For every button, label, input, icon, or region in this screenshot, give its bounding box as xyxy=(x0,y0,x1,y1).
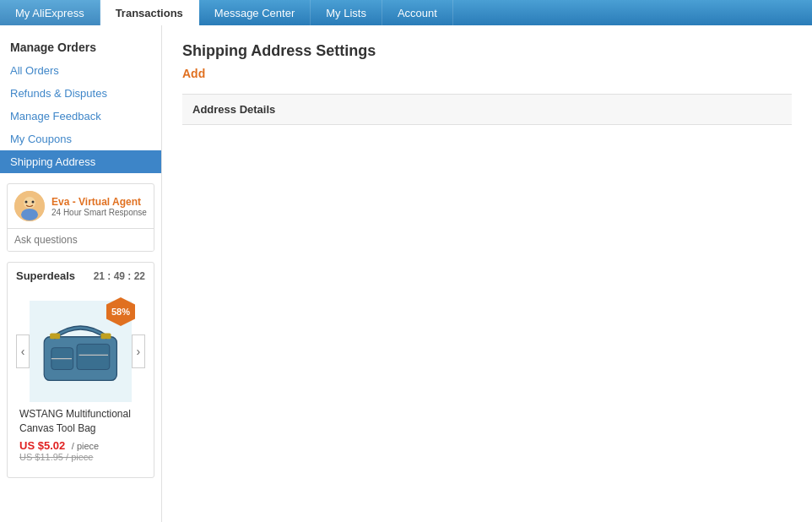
va-subtitle: 24 Hour Smart Response xyxy=(51,208,147,217)
nav-item-transactions[interactable]: Transactions xyxy=(100,0,199,25)
sidebar-item-refunds[interactable]: Refunds & Disputes xyxy=(0,82,161,105)
sidebar-item-allorders[interactable]: All Orders xyxy=(0,59,161,82)
nav-item-mylists[interactable]: My Lists xyxy=(311,0,382,25)
sidebar-item-shipping[interactable]: Shipping Address xyxy=(0,150,161,173)
deal-price: US $5.02 xyxy=(16,439,68,452)
va-name: Eva - Virtual Agent xyxy=(51,196,147,208)
svg-rect-12 xyxy=(101,333,111,339)
superdeals-content: 58% ‹ xyxy=(8,289,154,477)
nav-item-myaliexpress[interactable]: My AliExpress xyxy=(0,0,100,25)
deal-price-line: US $5.02 / piece xyxy=(16,439,145,452)
va-input[interactable] xyxy=(8,228,154,251)
address-table-header: Address Details xyxy=(182,95,792,125)
superdeals-box: Superdeals 21 : 49 : 22 58% ‹ xyxy=(7,262,154,478)
deal-original-price: US $11.95 / piece xyxy=(16,452,145,469)
svg-point-4 xyxy=(32,201,35,204)
superdeals-header: Superdeals 21 : 49 : 22 xyxy=(8,263,154,289)
svg-rect-8 xyxy=(77,344,110,369)
svg-rect-11 xyxy=(50,333,60,339)
sidebar-section-title: Manage Orders xyxy=(0,34,161,59)
sidebar: Manage Orders All Orders Refunds & Dispu… xyxy=(0,25,162,522)
add-address-link[interactable]: Add xyxy=(182,67,205,80)
main-content: Shipping Address Settings Add Address De… xyxy=(162,25,812,522)
superdeals-timer: 21 : 49 : 22 xyxy=(94,270,145,282)
va-avatar xyxy=(14,191,45,221)
superdeals-title: Superdeals xyxy=(16,269,75,282)
nav-item-messagecenter[interactable]: Message Center xyxy=(199,0,311,25)
nav-item-account[interactable]: Account xyxy=(382,0,453,25)
deal-prev-button[interactable]: ‹ xyxy=(16,334,30,368)
deal-next-button[interactable]: › xyxy=(132,334,145,368)
sidebar-item-feedback[interactable]: Manage Feedback xyxy=(0,105,161,128)
sidebar-item-coupons[interactable]: My Coupons xyxy=(0,128,161,150)
layout: Manage Orders All Orders Refunds & Dispu… xyxy=(0,25,812,522)
va-header: Eva - Virtual Agent 24 Hour Smart Respon… xyxy=(8,184,154,228)
top-nav: My AliExpress Transactions Message Cente… xyxy=(0,0,812,25)
svg-point-3 xyxy=(25,201,28,204)
deal-title: WSTANG Multifunctional Canvas Tool Bag xyxy=(16,402,145,439)
deal-price-unit: / piece xyxy=(72,441,99,451)
va-info: Eva - Virtual Agent 24 Hour Smart Respon… xyxy=(51,196,147,217)
address-table: Address Details xyxy=(182,94,792,125)
page-title: Shipping Address Settings xyxy=(182,42,792,60)
svg-point-2 xyxy=(21,209,38,220)
virtual-agent-box: Eva - Virtual Agent 24 Hour Smart Respon… xyxy=(7,183,154,252)
